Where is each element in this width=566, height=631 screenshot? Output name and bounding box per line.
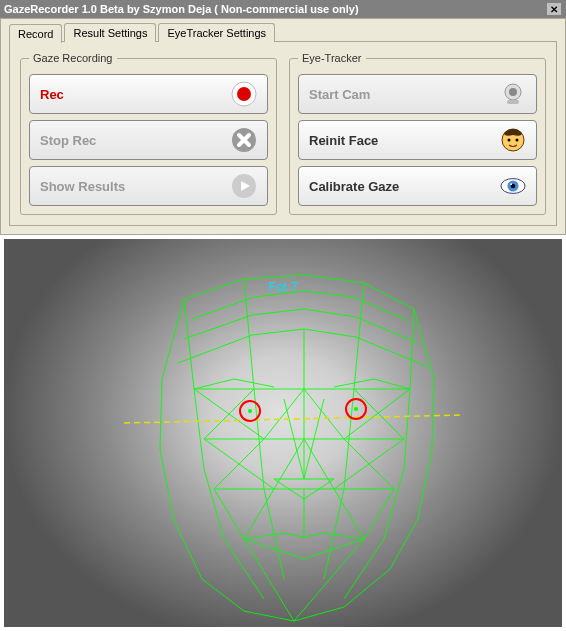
start-cam-button[interactable]: Start Cam <box>298 74 537 114</box>
calibrate-gaze-button[interactable]: Calibrate Gaze <box>298 166 537 206</box>
svg-point-9 <box>508 139 511 142</box>
svg-point-6 <box>509 88 517 96</box>
reinit-face-label: Reinit Face <box>309 133 378 148</box>
reinit-face-button[interactable]: Reinit Face <box>298 120 537 160</box>
tab-result-settings[interactable]: Result Settings <box>64 23 156 42</box>
gaze-recording-legend: Gaze Recording <box>29 52 117 64</box>
face-mesh-overlay <box>4 239 562 627</box>
show-results-button[interactable]: Show Results <box>29 166 268 206</box>
svg-point-19 <box>354 407 358 411</box>
tab-label: Result Settings <box>73 27 147 39</box>
tab-label: Record <box>18 28 53 40</box>
webcam-icon <box>500 81 526 107</box>
svg-line-15 <box>124 415 464 423</box>
eye-tracker-group: Eye-Tracker Start Cam Reinit Face <box>289 52 546 215</box>
calibrate-gaze-label: Calibrate Gaze <box>309 179 399 194</box>
tab-record[interactable]: Record <box>9 24 62 43</box>
gaze-recording-group: Gaze Recording Rec Stop Rec <box>20 52 277 215</box>
face-icon <box>500 127 526 153</box>
tab-strip: Record Result Settings EyeTracker Settin… <box>9 23 557 42</box>
stop-rec-button[interactable]: Stop Rec <box>29 120 268 160</box>
eye-icon <box>500 173 526 199</box>
play-icon <box>231 173 257 199</box>
show-results-label: Show Results <box>40 179 125 194</box>
preview-overlay-text: Fot 7 <box>268 279 298 294</box>
eye-tracker-legend: Eye-Tracker <box>298 52 366 64</box>
svg-point-14 <box>510 183 512 185</box>
rec-label: Rec <box>40 87 64 102</box>
rec-button[interactable]: Rec <box>29 74 268 114</box>
start-cam-label: Start Cam <box>309 87 370 102</box>
stop-rec-label: Stop Rec <box>40 133 96 148</box>
titlebar: GazeRecorder 1.0 Beta by Szymon Deja ( N… <box>0 0 566 18</box>
tab-eyetracker-settings[interactable]: EyeTracker Settings <box>158 23 275 42</box>
camera-preview: Fot 7 <box>4 239 562 627</box>
record-icon <box>231 81 257 107</box>
tab-label: EyeTracker Settings <box>167 27 266 39</box>
stop-icon <box>231 127 257 153</box>
close-button[interactable]: ✕ <box>546 2 562 16</box>
main-panel: Record Result Settings EyeTracker Settin… <box>0 18 566 235</box>
svg-point-17 <box>248 409 252 413</box>
close-icon: ✕ <box>550 4 558 15</box>
svg-rect-7 <box>507 100 519 104</box>
svg-point-10 <box>516 139 519 142</box>
svg-point-1 <box>237 87 251 101</box>
tab-body: Gaze Recording Rec Stop Rec <box>9 41 557 226</box>
window-title: GazeRecorder 1.0 Beta by Szymon Deja ( N… <box>4 3 359 15</box>
